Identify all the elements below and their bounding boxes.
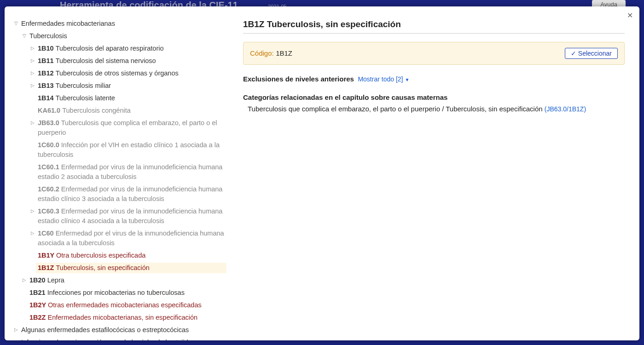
tree-item-label[interactable]: 1B12 Tuberculosis de otros sistemas y ór… [36,68,226,79]
collapse-icon[interactable]: ▽ [13,18,19,27]
tree-row[interactable]: KA61.0 Tuberculosis congénita [13,104,226,117]
tree-item-label[interactable]: 1B10 Tuberculosis del aparato respirator… [36,43,226,54]
tree-row[interactable]: ▷1B13 Tuberculosis miliar [13,80,226,92]
hierarchy-tree[interactable]: ▽Enfermedades micobacterianas▽Tuberculos… [5,6,230,340]
tree-row[interactable]: ▷1C60.3 Enfermedad por virus de la inmun… [13,205,226,227]
tree-row[interactable]: ▽Enfermedades micobacterianas [13,17,226,30]
no-toggle [21,300,28,302]
tree-item-label[interactable]: 1B11 Tuberculosis del sistema nervioso [36,56,226,66]
detail-title: 1B1Z Tuberculosis, sin especificación [243,19,625,34]
tree-row[interactable]: 1B2Y Otras enfermedades micobacterianas … [13,299,226,311]
tree-row[interactable]: ▷JB63.0 Tuberculosis que complica el emb… [13,117,226,139]
related-code-link[interactable]: (JB63.0/1B1Z) [545,105,586,113]
no-toggle [29,263,36,264]
tree-row[interactable]: ▽Tuberculosis [13,30,226,42]
tree-row[interactable]: ▷1B11 Tuberculosis del sistema nervioso [13,55,226,67]
tree-item-label[interactable]: 1B1Y Otra tuberculosis especificada [36,250,226,261]
tree-row[interactable]: 1C60.1 Enfermedad por virus de la inmuno… [13,161,226,183]
expand-icon[interactable]: ▷ [29,56,36,64]
tree-item-label[interactable]: Enfermedades micobacterianas [19,18,226,29]
related-heading: Categorías relacionadas en el capítulo s… [243,93,625,101]
exclusions-heading: Exclusiones de niveles anteriores [243,75,354,83]
no-toggle [29,140,36,142]
expand-icon[interactable]: ▷ [21,275,28,284]
code-value: 1B1Z [276,49,292,57]
chevron-down-icon: ▼ [405,77,409,82]
coding-modal: ✕ ▽Enfermedades micobacterianas▽Tubercul… [5,6,639,340]
no-toggle [29,93,36,95]
tree-item-label[interactable]: JB63.0 Tuberculosis que complica el emba… [36,118,226,138]
tree-item-label[interactable]: 1B2Y Otras enfermedades micobacterianas … [28,300,226,310]
code-box: Código: 1B1Z ✓ Seleccionar [243,42,625,65]
expand-icon[interactable]: ▷ [29,68,36,77]
tree-row[interactable]: 1C60.2 Enfermedad por virus de la inmuno… [13,183,226,205]
tree-row[interactable]: ▷Infecciones bacterianas piógenas de la … [13,336,226,340]
expand-icon[interactable]: ▷ [13,325,19,334]
exclusions-section: Exclusiones de niveles anteriores Mostra… [243,75,625,83]
tree-item-label[interactable]: 1C60.1 Enfermedad por virus de la inmuno… [36,162,226,182]
expand-icon[interactable]: ▷ [29,80,36,89]
tree-item-label[interactable]: 1B1Z Tuberculosis, sin especificación [36,263,226,273]
tree-row[interactable]: 1B2Z Enfermedades micobacterianas, sin e… [13,311,226,324]
detail-pane: 1B1Z Tuberculosis, sin especificación Có… [230,6,639,340]
no-toggle [29,250,36,252]
tree-item-label[interactable]: Infecciones bacterianas piógenas de la p… [19,337,226,340]
expand-icon[interactable]: ▷ [29,43,36,52]
expand-icon[interactable]: ▷ [29,206,36,215]
no-toggle [29,105,36,107]
expand-icon[interactable]: ▷ [29,118,36,126]
tree-row[interactable]: 1B21 Infecciones por micobacterias no tu… [13,287,226,299]
tree-row[interactable]: 1B14 Tuberculosis latente [13,92,226,104]
tree-item-label[interactable]: KA61.0 Tuberculosis congénita [36,105,226,116]
tree-row[interactable]: ▷1C60 Enfermedad por el virus de la inmu… [13,227,226,249]
show-all-link[interactable]: Mostrar todo [2]▼ [358,75,409,83]
expand-icon[interactable]: ▷ [29,228,36,237]
tree-row[interactable]: ▷Algunas enfermedades estafilocócicas o … [13,324,226,336]
no-toggle [21,312,28,314]
close-icon[interactable]: ✕ [627,11,633,20]
tree-item-label[interactable]: 1C60.3 Enfermedad por virus de la inmuno… [36,206,226,226]
tree-row[interactable]: ▷1B20 Lepra [13,274,226,287]
select-button[interactable]: ✓ Seleccionar [565,48,618,59]
tree-item-label[interactable]: 1B14 Tuberculosis latente [36,93,226,104]
tree-row[interactable]: ▷1B12 Tuberculosis de otros sistemas y ó… [13,67,226,80]
tree-row[interactable]: 1B1Y Otra tuberculosis especificada [13,249,226,262]
code-label: Código: [250,49,274,57]
tree-item-label[interactable]: 1C60.0 Infección por el VIH en estadio c… [36,140,226,160]
no-toggle [21,288,28,289]
tree-item-label[interactable]: Algunas enfermedades estafilocócicas o e… [19,325,226,335]
tree-item-label[interactable]: 1B21 Infecciones por micobacterias no tu… [28,288,226,298]
related-section: Categorías relacionadas en el capítulo s… [243,93,625,115]
expand-icon[interactable]: ▷ [13,337,19,340]
tree-item-label[interactable]: 1B13 Tuberculosis miliar [36,80,226,91]
related-entry: Tuberculosis que complica el embarazo, e… [248,104,625,115]
tree-item-label[interactable]: 1B20 Lepra [28,275,226,286]
tree-row[interactable]: 1C60.0 Infección por el VIH en estadio c… [13,139,226,161]
tree-item-label[interactable]: 1C60.2 Enfermedad por virus de la inmuno… [36,184,226,204]
collapse-icon[interactable]: ▽ [21,31,28,40]
tree-row[interactable]: ▷1B10 Tuberculosis del aparato respirato… [13,42,226,55]
no-toggle [29,184,36,186]
tree-item-label[interactable]: 1B2Z Enfermedades micobacterianas, sin e… [28,312,226,323]
tree-row[interactable]: 1B1Z Tuberculosis, sin especificación [13,262,226,274]
no-toggle [29,162,36,164]
tree-item-label[interactable]: Tuberculosis [28,31,226,41]
tree-item-label[interactable]: 1C60 Enfermedad por el virus de la inmun… [36,228,226,248]
